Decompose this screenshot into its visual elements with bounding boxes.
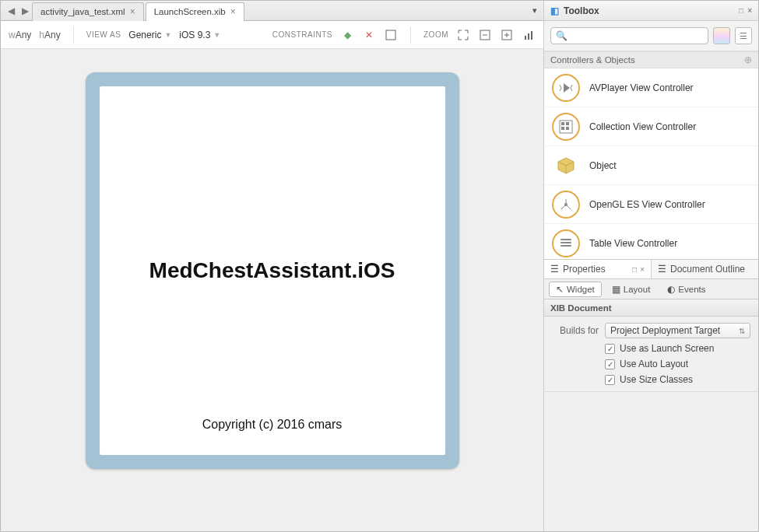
launch-screen-row[interactable]: Use as Launch Screen xyxy=(552,343,750,354)
close-icon[interactable]: × xyxy=(130,6,135,17)
size-classes-row[interactable]: Use Size Classes xyxy=(552,374,750,385)
toolbox-section-header[interactable]: Controllers & Objects ⊕ xyxy=(544,51,758,68)
svg-rect-21 xyxy=(560,239,571,240)
toolbox-title: Toolbox xyxy=(564,5,599,16)
chevron-updown-icon: ⇅ xyxy=(739,327,745,335)
svg-point-20 xyxy=(564,203,567,206)
size-classes-checkbox[interactable] xyxy=(605,375,615,385)
tab-launchscreen-xib[interactable]: LaunchScreen.xib × xyxy=(146,2,244,21)
view-mode-list-icon[interactable]: ☰ xyxy=(735,27,752,44)
builds-for-row: Builds for Project Deployment Target ⇅ xyxy=(552,323,750,338)
section-add-icon[interactable]: ⊕ xyxy=(744,54,752,65)
device-screen[interactable]: MedChestAssistant.iOS Copyright (c) 2016… xyxy=(100,86,445,455)
builds-for-dropdown[interactable]: Project Deployment Target ⇅ xyxy=(605,323,750,338)
toolbox-search-input[interactable] xyxy=(572,30,703,41)
layout-icon: ▦ xyxy=(612,284,620,295)
widget-tab[interactable]: ↖ Widget xyxy=(549,282,602,297)
view-mode-compact-icon[interactable] xyxy=(713,27,730,44)
close-icon[interactable]: × xyxy=(230,6,236,17)
toolbox-item-opengl[interactable]: OpenGL ES View Controller xyxy=(544,185,758,224)
chevron-down-icon: ▼ xyxy=(164,31,171,39)
nav-forward-icon[interactable]: ▶ xyxy=(18,4,32,18)
auto-layout-checkbox[interactable] xyxy=(605,359,615,369)
document-tabstrip: ◀ ▶ activity_java_test.xml × LaunchScree… xyxy=(1,1,543,21)
events-icon: ◐ xyxy=(667,284,675,295)
svg-rect-13 xyxy=(561,127,564,130)
document-outline-tab[interactable]: ☰ Document Outline xyxy=(652,260,758,278)
toolbox-item-object[interactable]: Object xyxy=(544,146,758,185)
xib-form: Builds for Project Deployment Target ⇅ U… xyxy=(544,317,758,391)
auto-layout-label: Use Auto Layout xyxy=(620,359,688,369)
toolbox-item-label: AVPlayer View Controller xyxy=(589,82,694,93)
size-classes-label: Use Size Classes xyxy=(620,374,693,385)
constraints-frame-icon[interactable] xyxy=(384,28,398,42)
toolbox-item-label: Table View Controller xyxy=(589,238,677,249)
constraints-add-icon[interactable]: ◆ xyxy=(340,28,354,42)
view-as-label: VIEW AS xyxy=(86,30,121,39)
builds-for-label: Builds for xyxy=(552,325,599,336)
toolbox-icon: ◧ xyxy=(550,5,559,16)
designer-toolbar: wwAnyAny hAny VIEW AS Generic ▼ iOS 9.3 … xyxy=(1,21,543,49)
table-icon xyxy=(552,229,580,257)
launch-screen-checkbox[interactable] xyxy=(605,344,615,354)
toolbox-item-collection[interactable]: Collection View Controller xyxy=(544,107,758,146)
zoom-out-icon[interactable] xyxy=(478,28,492,42)
builds-for-value: Project Deployment Target xyxy=(610,325,720,336)
constraints-remove-icon[interactable]: ✕ xyxy=(362,28,376,42)
copyright-label[interactable]: Copyright (c) 2016 cmars xyxy=(202,418,343,432)
tab-label: activity_java_test.xml xyxy=(40,7,125,16)
svg-rect-0 xyxy=(386,30,395,40)
zoom-chart-icon[interactable] xyxy=(522,28,536,42)
panel-close-icon[interactable]: × xyxy=(747,6,752,15)
properties-tab[interactable]: ☰ Properties □× xyxy=(544,260,652,278)
toolbox-search[interactable]: 🔍 xyxy=(550,27,708,44)
toolbox-section-title: Controllers & Objects xyxy=(550,55,635,65)
constraints-label: CONSTRAINTS xyxy=(272,30,332,39)
tab-activity-xml[interactable]: activity_java_test.xml × xyxy=(32,2,144,21)
editor-pane: ◀ ▶ activity_java_test.xml × LaunchScree… xyxy=(1,1,544,531)
size-class-height[interactable]: hAny xyxy=(39,30,60,40)
xib-header-label: XIB Document xyxy=(550,303,612,313)
side-panel: ◧ Toolbox □ × 🔍 ☰ Controllers & Objects … xyxy=(544,1,758,531)
ios-version-dropdown[interactable]: iOS 9.3 ▼ xyxy=(179,30,220,40)
avplayer-icon xyxy=(552,74,580,102)
layout-tab[interactable]: ▦ Layout xyxy=(605,282,658,297)
pointer-icon: ↖ xyxy=(556,284,564,295)
panel-close-icon[interactable]: × xyxy=(640,265,645,274)
panel-docking-icon[interactable]: □ xyxy=(739,6,743,15)
events-tab[interactable]: ◐ Events xyxy=(660,282,712,297)
tab-overflow-icon[interactable]: ▾ xyxy=(532,5,537,16)
nav-back-icon[interactable]: ◀ xyxy=(4,4,18,18)
app-root: ◀ ▶ activity_java_test.xml × LaunchScree… xyxy=(0,0,759,532)
separator xyxy=(410,26,411,44)
device-frame[interactable]: MedChestAssistant.iOS Copyright (c) 2016… xyxy=(86,72,459,469)
collection-icon xyxy=(552,113,580,141)
empty-space xyxy=(544,391,758,531)
zoom-in-icon[interactable] xyxy=(500,28,514,42)
svg-rect-6 xyxy=(525,36,526,40)
toolbox-list: AVPlayer View Controller Collection View… xyxy=(544,68,758,259)
bottom-panel-tabs: ☰ Properties □× ☰ Document Outline xyxy=(544,259,758,279)
app-title-label[interactable]: MedChestAssistant.iOS xyxy=(149,258,395,283)
panel-dock-icon[interactable]: □ xyxy=(632,265,637,274)
properties-icon: ☰ xyxy=(550,264,559,275)
opengl-icon xyxy=(552,191,580,219)
zoom-fit-icon[interactable] xyxy=(456,28,470,42)
xib-section-header: XIB Document xyxy=(544,299,758,317)
svg-rect-22 xyxy=(560,242,571,243)
auto-layout-row[interactable]: Use Auto Layout xyxy=(552,359,750,369)
svg-rect-11 xyxy=(561,122,564,125)
ios-version-value: iOS 9.3 xyxy=(179,30,210,40)
layout-label: Layout xyxy=(624,285,651,294)
zoom-label: ZOOM xyxy=(423,30,448,39)
toolbox-item-table[interactable]: Table View Controller xyxy=(544,224,758,259)
view-as-dropdown[interactable]: Generic ▼ xyxy=(128,30,171,40)
separator xyxy=(73,26,74,44)
chevron-down-icon: ▼ xyxy=(213,31,220,39)
size-class-width[interactable]: wwAnyAny xyxy=(9,30,31,40)
toolbox-item-avplayer[interactable]: AVPlayer View Controller xyxy=(544,68,758,107)
toolbox-item-label: OpenGL ES View Controller xyxy=(589,199,705,210)
design-canvas[interactable]: MedChestAssistant.iOS Copyright (c) 2016… xyxy=(1,49,543,531)
search-icon: 🔍 xyxy=(556,30,567,41)
outline-label: Document Outline xyxy=(670,264,745,275)
